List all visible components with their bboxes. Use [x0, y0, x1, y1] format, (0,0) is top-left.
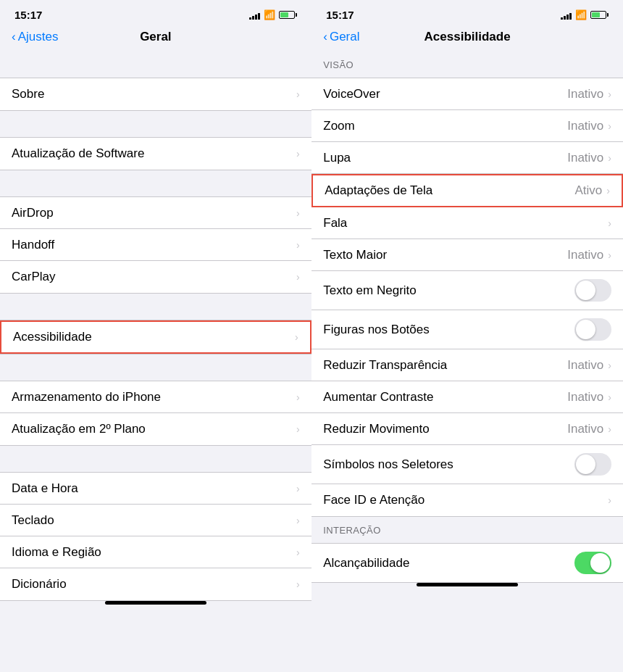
- chevron-icon: ›: [296, 88, 300, 100]
- chevron-icon: ›: [296, 239, 300, 251]
- handoff-label: Handoff: [12, 238, 54, 252]
- group-gap-4: [0, 294, 312, 320]
- interacao-section-header: INTERAÇÃO: [312, 517, 623, 543]
- reduzir-transparencia-item[interactable]: Reduzir Transparência Inativo ›: [312, 349, 623, 381]
- right-time: 15:17: [326, 9, 354, 21]
- reduzir-transparencia-value: Inativo: [567, 358, 603, 373]
- right-status-bar: 15:17 📶: [312, 0, 623, 25]
- group-gap-2: [0, 111, 312, 137]
- reduzir-movimento-value: Inativo: [567, 422, 603, 436]
- fala-label: Fala: [323, 216, 347, 231]
- list-item[interactable]: Handoff ›: [0, 229, 312, 261]
- group-gap-3: [0, 170, 312, 196]
- list-item[interactable]: Armazenamento do iPhone ›: [0, 381, 312, 413]
- aumentar-contraste-item[interactable]: Aumentar Contraste Inativo ›: [312, 381, 623, 413]
- adaptacoes-tela-item[interactable]: Adaptações de Tela Ativo ›: [312, 174, 623, 207]
- left-group-6: Data e Hora › Teclado › Idioma e Região: [0, 472, 312, 601]
- right-back-chevron-icon: ‹: [323, 30, 327, 44]
- alcancabilidade-item[interactable]: Alcançabilidade: [312, 544, 623, 582]
- atualizacao-software-label: Atualização de Software: [12, 146, 144, 161]
- aumentar-contraste-label: Aumentar Contraste: [323, 390, 433, 405]
- adaptacoes-tela-value: Ativo: [575, 183, 603, 198]
- chevron-icon: ›: [296, 207, 300, 219]
- chevron-icon: ›: [296, 483, 300, 494]
- right-nav-bar: ‹ Geral Acessibilidade: [312, 25, 623, 51]
- acessibilidade-item[interactable]: Acessibilidade ›: [0, 320, 312, 354]
- chevron-icon: ›: [608, 360, 611, 371]
- visao-label: VISÃO: [323, 59, 354, 70]
- left-group-4: Acessibilidade ›: [0, 320, 312, 354]
- left-nav-bar: ‹ Ajustes Geral: [0, 25, 312, 51]
- reduzir-movimento-item[interactable]: Reduzir Movimento Inativo ›: [312, 413, 623, 445]
- texto-negrito-toggle[interactable]: [574, 279, 611, 302]
- reduzir-movimento-label: Reduzir Movimento: [323, 422, 429, 436]
- zoom-value: Inativo: [567, 119, 603, 133]
- texto-negrito-item[interactable]: Texto em Negrito: [312, 271, 623, 310]
- group-gap-1: [0, 51, 312, 78]
- simbolos-seletores-label: Símbolos nos Seletores: [323, 457, 453, 472]
- group-gap-5: [0, 354, 312, 381]
- zoom-item[interactable]: Zoom Inativo ›: [312, 110, 623, 142]
- left-back-button[interactable]: ‹ Ajustes: [12, 30, 58, 44]
- adaptacoes-tela-label: Adaptações de Tela: [325, 183, 432, 198]
- right-interacao-group: Alcançabilidade: [312, 543, 623, 583]
- list-item[interactable]: Atualização em 2º Plano ›: [0, 413, 312, 445]
- right-back-button[interactable]: ‹ Geral: [323, 30, 359, 44]
- wifi-icon: 📶: [264, 9, 275, 20]
- signal-icon: [249, 11, 260, 20]
- voiceover-label: VoiceOver: [323, 87, 380, 101]
- right-bottom-area: [312, 583, 623, 594]
- texto-maior-item[interactable]: Texto Maior Inativo ›: [312, 239, 623, 271]
- idioma-label: Idioma e Região: [12, 545, 101, 560]
- chevron-icon: ›: [606, 185, 610, 196]
- list-item[interactable]: Sobre ›: [0, 78, 312, 110]
- figuras-botoes-toggle[interactable]: [574, 318, 611, 341]
- alcancabilidade-toggle[interactable]: [574, 552, 611, 574]
- lupa-item[interactable]: Lupa Inativo ›: [312, 142, 623, 174]
- chevron-icon: ›: [296, 515, 300, 526]
- chevron-icon: ›: [608, 391, 611, 403]
- teclado-label: Teclado: [12, 513, 54, 528]
- voiceover-item[interactable]: VoiceOver Inativo ›: [312, 78, 623, 110]
- simbolos-seletores-item[interactable]: Símbolos nos Seletores: [312, 445, 623, 484]
- lupa-label: Lupa: [323, 151, 351, 165]
- battery-icon: [279, 11, 297, 19]
- list-item[interactable]: Dicionário ›: [0, 568, 312, 600]
- right-back-label: Geral: [330, 30, 360, 44]
- list-item[interactable]: CarPlay ›: [0, 261, 312, 293]
- alcancabilidade-label: Alcançabilidade: [323, 556, 409, 571]
- left-bottom-area: [0, 601, 312, 612]
- chevron-icon: ›: [608, 120, 611, 132]
- left-group-5: Armazenamento do iPhone › Atualização em…: [0, 381, 312, 446]
- right-status-icons: 📶: [561, 9, 609, 20]
- fala-item[interactable]: Fala ›: [312, 207, 623, 239]
- left-time: 15:17: [14, 9, 42, 21]
- texto-negrito-label: Texto em Negrito: [323, 283, 417, 298]
- aumentar-contraste-value: Inativo: [567, 390, 603, 405]
- list-item[interactable]: Data e Hora ›: [0, 473, 312, 505]
- list-item[interactable]: Idioma e Região ›: [0, 536, 312, 568]
- list-item[interactable]: Teclado ›: [0, 505, 312, 536]
- signal-icon: [561, 11, 572, 20]
- list-item[interactable]: AirDrop ›: [0, 197, 312, 229]
- chevron-icon: ›: [608, 423, 611, 435]
- face-id-item[interactable]: Face ID e Atenção ›: [312, 484, 623, 516]
- left-back-chevron-icon: ‹: [12, 30, 16, 44]
- battery-icon: [590, 11, 609, 19]
- left-status-icons: 📶: [249, 9, 297, 20]
- interacao-label: INTERAÇÃO: [323, 525, 380, 536]
- chevron-icon: ›: [608, 88, 611, 100]
- data-hora-label: Data e Hora: [12, 481, 78, 496]
- lupa-value: Inativo: [567, 151, 603, 165]
- voiceover-value: Inativo: [567, 87, 603, 101]
- face-id-label: Face ID e Atenção: [323, 493, 425, 507]
- chevron-icon: ›: [608, 217, 611, 229]
- wifi-icon: 📶: [575, 9, 587, 20]
- list-item[interactable]: Atualização de Software ›: [0, 138, 312, 170]
- chevron-icon: ›: [608, 494, 611, 506]
- chevron-icon: ›: [296, 423, 300, 435]
- figuras-botoes-item[interactable]: Figuras nos Botões: [312, 310, 623, 349]
- simbolos-seletores-toggle[interactable]: [574, 453, 611, 476]
- chevron-icon: ›: [296, 578, 300, 590]
- visao-section-header: VISÃO: [312, 51, 623, 78]
